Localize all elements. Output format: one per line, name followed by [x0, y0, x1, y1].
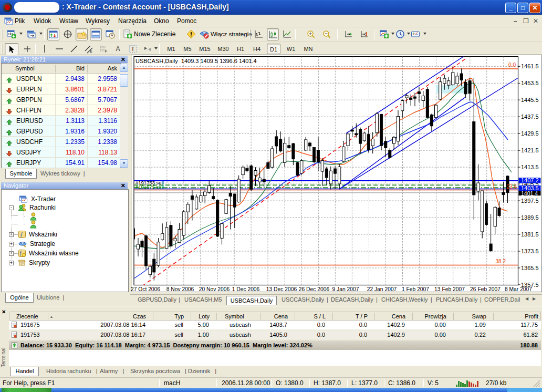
svg-text:#191675 sell: #191675 sell [136, 184, 164, 190]
svg-text:27 Oct 2006: 27 Oct 2006 [131, 286, 160, 292]
svg-text:1365.5: 1365.5 [521, 265, 539, 271]
svg-text:E: E [90, 49, 92, 53]
svg-text:1413.5: 1413.5 [521, 164, 539, 170]
svg-text:1421.5: 1421.5 [521, 147, 539, 153]
svg-text:1 Feb 2007: 1 Feb 2007 [402, 286, 429, 292]
svg-text:38.2: 38.2 [496, 259, 506, 264]
svg-text:26 Feb 2007: 26 Feb 2007 [470, 286, 501, 292]
svg-text:8 Nov 2006: 8 Nov 2006 [166, 286, 194, 292]
svg-text:1407.2: 1407.2 [521, 177, 539, 183]
svg-text:1437.5: 1437.5 [521, 114, 539, 120]
svg-text:T: T [131, 46, 134, 52]
svg-text:USBCASH,Daily 1409.3 1409.5 1: USBCASH,Daily 1409.3 1409.5 1396.6 1401.… [136, 58, 257, 64]
svg-text:0.0: 0.0 [508, 62, 516, 68]
svg-text:1461.5: 1461.5 [521, 63, 539, 69]
svg-text:13 Dec 2006: 13 Dec 2006 [266, 286, 297, 292]
svg-text:22 Jan 2007: 22 Jan 2007 [367, 286, 397, 292]
svg-text:1445.5: 1445.5 [521, 97, 539, 103]
svg-text:1373.5: 1373.5 [521, 248, 539, 254]
svg-text:1389.5: 1389.5 [521, 214, 539, 221]
svg-text:1397.5: 1397.5 [521, 198, 539, 204]
svg-text:1381.5: 1381.5 [521, 231, 539, 238]
svg-text:1401.4: 1401.4 [521, 190, 538, 197]
svg-text:13 Feb 2007: 13 Feb 2007 [434, 286, 465, 292]
svg-text:26 Dec 2006: 26 Dec 2006 [299, 286, 330, 292]
svg-text:1 Dec 2006: 1 Dec 2006 [232, 286, 260, 292]
svg-text:9 Jan 2007: 9 Jan 2007 [332, 286, 359, 292]
svg-text:23.6: 23.6 [507, 184, 517, 190]
svg-text:A: A [116, 45, 120, 53]
svg-text:1429.5: 1429.5 [521, 130, 539, 137]
svg-text:20 Nov 2006: 20 Nov 2006 [199, 286, 230, 292]
svg-text:8 Mar 2007: 8 Mar 2007 [505, 286, 532, 292]
svg-text:1453.5: 1453.5 [521, 80, 539, 86]
svg-text:F: F [105, 49, 107, 53]
